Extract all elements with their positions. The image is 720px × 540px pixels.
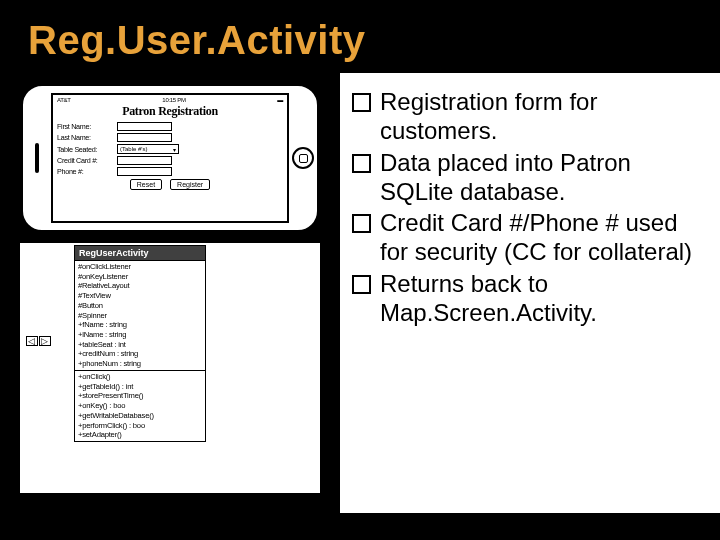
last-name-field[interactable] xyxy=(117,133,172,142)
bullet-item: Credit Card #/Phone # used for security … xyxy=(350,208,700,267)
phone-earpiece-side xyxy=(23,86,51,230)
phone-mockup: AT&T 10:15 PM ▬ Patron Registration Firs… xyxy=(20,83,320,233)
uml-op-line: +getTableId() : int xyxy=(78,382,202,392)
uml-op-line: +storePresentTime() xyxy=(78,391,202,401)
content-area: AT&T 10:15 PM ▬ Patron Registration Firs… xyxy=(0,73,720,513)
status-carrier: AT&T xyxy=(57,97,71,103)
home-button[interactable] xyxy=(292,147,314,169)
uml-attr-line: +tableSeat : int xyxy=(78,340,202,350)
label-table-seated: Table Seated: xyxy=(57,145,117,154)
nav-left-icon[interactable]: ◁ xyxy=(26,336,38,346)
left-column: AT&T 10:15 PM ▬ Patron Registration Firs… xyxy=(0,73,340,513)
uml-attr-line: #TextView xyxy=(78,291,202,301)
table-select[interactable]: (Table #'s) ▾ xyxy=(117,144,179,154)
uml-class-box: RegUserActivity #onClickListener#onKeyLi… xyxy=(74,245,206,442)
first-name-field[interactable] xyxy=(117,122,172,131)
home-icon xyxy=(299,154,308,163)
slide-title: Reg.User.Activity xyxy=(0,0,720,63)
uml-operations: +onClick()+getTableId() : int+storePrese… xyxy=(74,371,206,442)
reset-button[interactable]: Reset xyxy=(130,179,162,190)
uml-attr-line: +fName : string xyxy=(78,320,202,330)
phone-field[interactable] xyxy=(117,167,172,176)
chevron-down-icon: ▾ xyxy=(173,146,176,153)
uml-attr-line: +lName : string xyxy=(78,330,202,340)
phone-home-side xyxy=(289,86,317,230)
form-title: Patron Registration xyxy=(57,104,283,119)
label-last-name: Last Name: xyxy=(57,133,117,142)
register-button[interactable]: Register xyxy=(170,179,210,190)
label-first-name: First Name: xyxy=(57,122,117,131)
uml-attr-line: #onClickListener xyxy=(78,262,202,272)
nav-right-icon[interactable]: ▷ xyxy=(39,336,51,346)
bullet-item: Returns back to Map.Screen.Activity. xyxy=(350,269,700,328)
phone-screen: AT&T 10:15 PM ▬ Patron Registration Firs… xyxy=(51,93,289,223)
status-time: 10:15 PM xyxy=(162,97,185,103)
speaker-icon xyxy=(35,143,39,173)
table-select-value: (Table #'s) xyxy=(120,146,148,152)
uml-op-line: +getWritableDatabase() xyxy=(78,411,202,421)
uml-attr-line: +creditNum : string xyxy=(78,349,202,359)
uml-op-line: +onKey() : boo xyxy=(78,401,202,411)
uml-attr-line: #onKeyListener xyxy=(78,272,202,282)
label-phone: Phone #: xyxy=(57,167,117,176)
bullet-item: Registration form for customers. xyxy=(350,87,700,146)
uml-attributes: #onClickListener#onKeyListener#RelativeL… xyxy=(74,261,206,371)
bullet-list: Registration form for customers. Data pl… xyxy=(350,87,700,327)
uml-attr-line: #Button xyxy=(78,301,202,311)
credit-card-field[interactable] xyxy=(117,156,172,165)
right-column: Registration form for customers. Data pl… xyxy=(340,73,720,513)
uml-attr-line: +phoneNum : string xyxy=(78,359,202,369)
label-credit-card: Credit Card #: xyxy=(57,156,117,165)
uml-op-line: +onClick() xyxy=(78,372,202,382)
bullet-item: Data placed into Patron SQLite database. xyxy=(350,148,700,207)
registration-form: First Name: Last Name: Table Seated: (Ta… xyxy=(57,122,283,190)
uml-class-name: RegUserActivity xyxy=(74,245,206,261)
status-battery-icon: ▬ xyxy=(277,97,283,103)
uml-attr-line: #Spinner xyxy=(78,311,202,321)
nav-arrows: ◁▷ xyxy=(26,333,52,347)
uml-attr-line: #RelativeLayout xyxy=(78,281,202,291)
uml-area: ◁▷ RegUserActivity #onClickListener#onKe… xyxy=(20,243,320,493)
uml-op-line: +setAdapter() xyxy=(78,430,202,440)
uml-op-line: +performClick() : boo xyxy=(78,421,202,431)
status-bar: AT&T 10:15 PM ▬ xyxy=(57,97,283,103)
